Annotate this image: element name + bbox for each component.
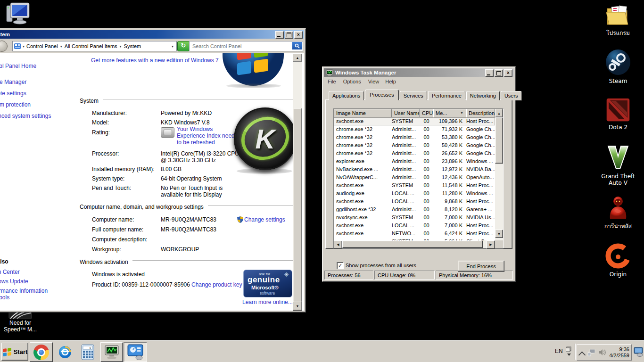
taskbar-task-manager-button[interactable]	[100, 342, 123, 362]
sidebar-item-device-manager[interactable]: Device Manager	[0, 79, 26, 85]
column-user-name[interactable]: User Name	[392, 109, 420, 117]
process-row[interactable]: chrome.exe *32Administ...0026,652 KGoogl…	[334, 149, 495, 157]
process-row[interactable]: nvxdsync.exeSYSTEM007,000 KNVIDIA Us...	[334, 214, 495, 222]
column-memory[interactable]: Me...▼	[433, 109, 466, 117]
search-input[interactable]	[191, 42, 288, 50]
genuine-microsoft-badge[interactable]: ask for ✳ genuine Microsoft® software	[243, 270, 292, 297]
column-image-name[interactable]: Image Name	[334, 109, 392, 117]
sidebar-item-remote-settings[interactable]: Remote settings	[0, 90, 26, 97]
process-row[interactable]: chrome.exe *32Administ...0053,380 KGoogl…	[334, 133, 495, 141]
scroll-down-button[interactable]: ▼	[293, 302, 302, 311]
process-row[interactable]: NvBackend.exe ...Administ...0012,972 KNV…	[334, 165, 495, 173]
taskbar-ie-button[interactable]	[55, 343, 75, 361]
language-bar-icon[interactable]	[566, 346, 572, 356]
process-row[interactable]: svchost.exeSYSTEM00109,396 KHost Proc...	[334, 117, 495, 125]
volume-tray-icon[interactable]	[599, 349, 606, 356]
process-row[interactable]: svchost.exeSYSTEM0011,548 KHost Proc...	[334, 181, 495, 189]
learn-more-online-link[interactable]: Learn more online...	[242, 299, 293, 305]
sidebar-item-control-panel-home[interactable]: Control Panel Home	[0, 63, 36, 69]
tab-performance[interactable]: Performance	[428, 91, 465, 100]
process-row[interactable]: ggdllhost.exe *32Administ...008,120 KGar…	[334, 206, 495, 214]
show-hidden-icons-chevron[interactable]	[578, 351, 586, 359]
show-all-users-checkbox[interactable]: ✓	[337, 262, 344, 269]
list-vscrollbar[interactable]: ▼	[495, 117, 503, 240]
network-tray-icon[interactable]	[587, 349, 596, 356]
process-cell: 7,000 K	[433, 214, 466, 222]
close-button[interactable]: ×	[294, 31, 303, 39]
content-scrollbar[interactable]: ▲ ▼	[293, 53, 302, 311]
menu-view[interactable]: View	[368, 79, 380, 84]
tab-networking[interactable]: Networking	[466, 91, 500, 100]
desktop-icon-origin[interactable]: Origin	[597, 243, 639, 278]
change-settings-link[interactable]: Change settings	[244, 216, 285, 223]
chevron-down-icon[interactable]: ▾	[120, 44, 122, 49]
tab-users[interactable]: Users	[501, 91, 522, 100]
process-cell: 00	[420, 181, 433, 189]
menu-options[interactable]: Options	[343, 79, 361, 84]
tab-services[interactable]: Services	[400, 91, 427, 100]
list-scroll-up-button[interactable]: ▲	[495, 109, 503, 117]
process-row[interactable]: NvOAWrapperC...Administ...0012,436 KOpen…	[334, 173, 495, 181]
sidebar-item-system-protection[interactable]: System protection	[0, 101, 31, 108]
minimize-button[interactable]	[275, 31, 284, 39]
process-row[interactable]: chrome.exe *32Administ...0071,932 KGoogl…	[334, 125, 495, 133]
desktop-icon-garena[interactable]: การีน่าพลัส	[597, 195, 639, 230]
nfs-label: Need for Speed™ M...	[2, 320, 39, 333]
language-indicator[interactable]: EN	[555, 348, 563, 354]
column-cpu[interactable]: CPU	[420, 109, 433, 117]
taskbar-chrome-button[interactable]	[30, 342, 53, 362]
chevron-down-icon[interactable]: ▾	[60, 44, 62, 49]
refresh-button[interactable]: ↻	[177, 41, 190, 51]
chevron-down-icon[interactable]: ▾	[23, 44, 25, 49]
search-button[interactable]	[292, 42, 302, 49]
scroll-up-button[interactable]: ▲	[293, 53, 302, 62]
breadcrumb-item[interactable]: All Control Panel Items	[65, 43, 117, 49]
my-computer-icon[interactable]	[5, 1, 31, 25]
breadcrumb-item[interactable]: Control Panel	[26, 43, 58, 49]
scroll-right-button[interactable]: ▶	[487, 240, 495, 249]
list-scroll-down-button[interactable]: ▼	[495, 230, 503, 238]
process-row[interactable]: explorer.exeAdminist...0023,896 KWindows…	[334, 157, 495, 165]
sidebar-item-windows-update[interactable]: Windows Update	[0, 278, 28, 285]
process-row[interactable]: svchost.exeLOCAL ...007,000 KHost Proc..…	[334, 222, 495, 230]
sidebar-item-advanced-system-settings[interactable]: Advanced system settings	[0, 113, 51, 119]
hscrollbar-thumb[interactable]	[342, 240, 483, 248]
start-button[interactable]: Start	[1, 343, 28, 361]
menu-file[interactable]: File	[328, 79, 336, 84]
scrollbar-thumb[interactable]	[293, 108, 302, 303]
maximize-button[interactable]	[285, 31, 293, 39]
breadcrumb-item[interactable]: System	[124, 43, 141, 49]
system-window-titlebar[interactable]: System ×	[0, 30, 304, 39]
minimize-button[interactable]	[485, 69, 494, 77]
desktop-icon-steam[interactable]: Steam	[597, 49, 639, 84]
sidebar-item-performance-info[interactable]: Performance Information and Tools	[0, 288, 56, 301]
tray-clock[interactable]: 9:36 4/2/2559	[609, 346, 629, 359]
process-row[interactable]: svchost.exeNETWO...006,424 KHost Proc...	[334, 230, 495, 238]
scroll-left-button[interactable]: ◀	[334, 240, 342, 249]
close-button[interactable]: ×	[504, 69, 512, 77]
maximize-button[interactable]	[495, 69, 503, 77]
list-scrollbar-thumb[interactable]	[495, 117, 503, 164]
column-description[interactable]: Description	[466, 109, 495, 117]
process-row[interactable]: chrome.exe *32Administ...0050,428 KGoogl…	[334, 141, 495, 149]
tab-applications[interactable]: Applications	[329, 91, 364, 100]
desktop-icon-gtav[interactable]: Grand Theft Auto V	[597, 144, 639, 186]
history-dropdown-icon[interactable]: ▾	[172, 44, 173, 49]
task-manager-titlebar[interactable]: Windows Task Manager ×	[324, 68, 514, 77]
back-button[interactable]	[0, 41, 8, 52]
process-row[interactable]: audiodg.exeLOCAL ...0011,280 KWindows ..…	[334, 189, 495, 197]
list-hscrollbar[interactable]: ◀ ▶	[334, 240, 503, 248]
desktop-icon-dota2[interactable]: Dota 2	[597, 98, 639, 131]
change-product-key-link[interactable]: Change product key	[191, 281, 242, 288]
show-desktop-button[interactable]	[634, 346, 643, 357]
process-cell: chrome.exe *32	[334, 149, 392, 157]
rating-refresh-link[interactable]: Your Windows Experience Index needs to b…	[177, 126, 238, 146]
sidebar-item-action-center[interactable]: Action Center	[0, 269, 20, 275]
banner-upgrade-link[interactable]: Get more features with a new edition of …	[91, 57, 219, 64]
process-row[interactable]: svchost.exeLOCAL ...009,868 KHost Proc..…	[334, 197, 495, 206]
tab-processes[interactable]: Processes	[365, 90, 398, 100]
taskbar-calculator-button[interactable]: 0	[78, 344, 97, 361]
desktop-icon-programs[interactable]: โปรแกรม	[597, 3, 639, 36]
taskbar-control-panel-button[interactable]	[124, 342, 147, 362]
menu-help[interactable]: Help	[385, 79, 396, 84]
